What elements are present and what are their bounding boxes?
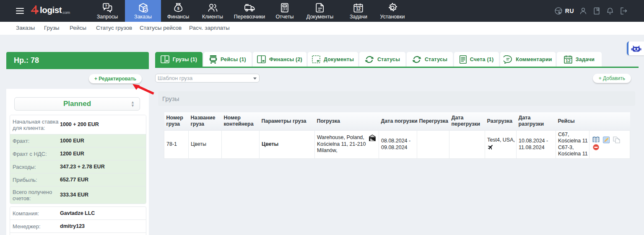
svg-text:$: $ — [177, 6, 179, 10]
svg-text:12: 12 — [356, 7, 361, 11]
svg-text:12: 12 — [566, 58, 571, 63]
svg-text:?: ? — [105, 4, 107, 8]
